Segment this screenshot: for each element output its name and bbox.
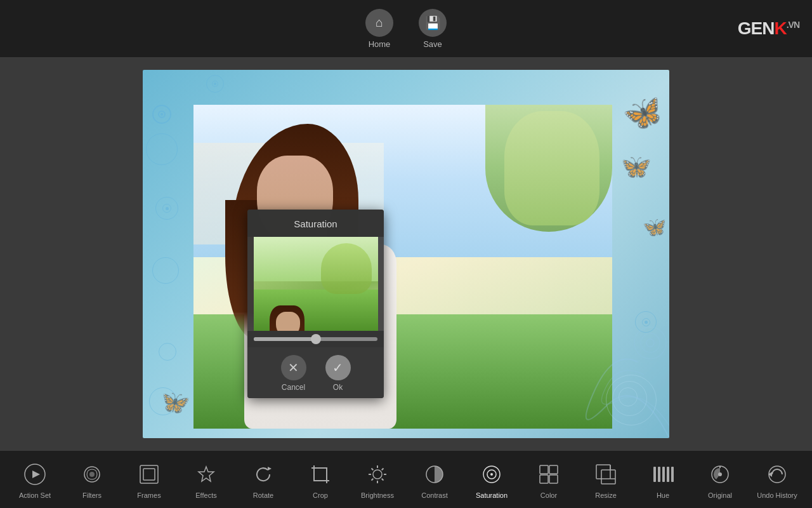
svg-rect-34	[662, 467, 665, 482]
color-icon	[535, 460, 563, 488]
main-canvas-area: 🦋 🦋 🦋 🦋 Saturation	[0, 57, 812, 451]
svg-point-1	[641, 333, 660, 352]
color-label: Color	[540, 491, 557, 499]
toolbar-resize[interactable]: Resize	[584, 460, 628, 499]
deco-circle-4	[152, 257, 179, 284]
crop-label: Crop	[313, 491, 328, 499]
popup-title: Saturation	[247, 210, 384, 237]
undo-history-icon	[763, 460, 791, 488]
hue-label: Hue	[657, 491, 669, 499]
undo-history-label: Undo History	[757, 491, 797, 499]
rotate-icon	[249, 460, 277, 488]
deco-circle-3	[155, 197, 178, 220]
cancel-icon: ✕	[281, 355, 306, 380]
effects-label: Effects	[195, 491, 216, 499]
frames-label: Frames	[137, 491, 160, 499]
contrast-label: Contrast	[421, 491, 448, 499]
rotate-label: Rotate	[253, 491, 273, 499]
deco-circle-1	[152, 105, 171, 124]
home-button[interactable]: ⌂ Home	[365, 9, 393, 49]
filters-icon	[78, 460, 106, 488]
svg-line-19	[372, 478, 374, 480]
butterfly-3: 🦋	[643, 216, 666, 238]
slider-fill	[254, 337, 318, 341]
svg-marker-4	[32, 471, 40, 478]
toolbar-action-set[interactable]: Action Set	[13, 460, 57, 499]
toolbar-saturation[interactable]: Saturation	[469, 460, 514, 499]
svg-line-18	[382, 468, 384, 470]
popup-slider-area	[247, 331, 384, 347]
crop-icon	[306, 460, 334, 488]
brightness-label: Brightness	[361, 491, 394, 499]
save-label: Save	[423, 39, 442, 49]
deco-circle-5	[159, 343, 176, 361]
svg-rect-7	[140, 465, 158, 483]
saturation-slider[interactable]	[254, 337, 377, 341]
action-set-icon	[21, 460, 49, 488]
svg-rect-36	[671, 467, 674, 482]
cancel-label: Cancel	[282, 383, 305, 392]
ok-button[interactable]: ✓ Ok	[325, 355, 351, 392]
mini-trees	[321, 243, 372, 294]
bottom-toolbar: Action Set Filters Frames Effects Rotate…	[0, 451, 812, 508]
butterfly-bottom-left: 🦋	[162, 389, 190, 416]
deco-circle-top-1	[206, 75, 224, 93]
toolbar-undo-history[interactable]: Undo History	[755, 460, 799, 499]
filters-label: Filters	[82, 491, 102, 499]
deco-circle-2	[146, 133, 178, 165]
toolbar-crop[interactable]: Crop	[298, 460, 343, 499]
svg-point-2	[646, 339, 654, 347]
svg-rect-29	[601, 470, 615, 484]
logo-gen: GEN	[738, 18, 775, 38]
saturation-label: Saturation	[476, 491, 508, 499]
svg-point-38	[718, 472, 722, 476]
save-icon: 💾	[419, 9, 447, 37]
svg-rect-8	[143, 469, 155, 480]
contrast-icon	[421, 460, 449, 488]
original-label: Original	[708, 491, 732, 499]
toolbar-rotate[interactable]: Rotate	[241, 460, 285, 499]
toolbar-hue[interactable]: Hue	[641, 460, 685, 499]
toolbar-frames[interactable]: Frames	[127, 460, 171, 499]
photo-frame: 🦋 🦋 🦋 🦋	[143, 70, 669, 438]
resize-label: Resize	[595, 491, 617, 499]
effects-icon	[192, 460, 220, 488]
home-label: Home	[369, 39, 391, 49]
saturation-popup: Saturation	[247, 210, 384, 398]
hue-icon	[649, 460, 677, 488]
slider-thumb[interactable]	[311, 334, 321, 344]
toolbar-filters[interactable]: Filters	[70, 460, 114, 499]
action-set-label: Action Set	[19, 491, 51, 499]
ok-icon: ✓	[325, 355, 351, 380]
toolbar-contrast[interactable]: Contrast	[412, 460, 457, 499]
svg-rect-35	[667, 467, 669, 482]
brightness-icon	[363, 460, 391, 488]
tree-2	[504, 111, 599, 225]
resize-icon	[592, 460, 620, 488]
original-icon	[706, 460, 734, 488]
save-button[interactable]: 💾 Save	[419, 9, 447, 49]
frames-icon	[135, 460, 163, 488]
svg-rect-25	[549, 465, 558, 474]
butterfly-top-right: 🦋	[620, 91, 667, 137]
svg-line-16	[372, 468, 374, 470]
cancel-button[interactable]: ✕ Cancel	[281, 355, 306, 392]
svg-rect-26	[540, 475, 548, 483]
svg-rect-10	[314, 468, 327, 481]
svg-point-0	[634, 327, 666, 359]
logo: GENK.VN	[738, 18, 799, 39]
toolbar-color[interactable]: Color	[527, 460, 571, 499]
mini-preview	[254, 237, 378, 331]
popup-preview	[254, 237, 378, 331]
svg-marker-9	[268, 467, 272, 471]
toolbar-effects[interactable]: Effects	[184, 460, 228, 499]
logo-vn: .VN	[787, 20, 799, 30]
swirl-svg	[542, 311, 669, 438]
svg-rect-24	[540, 465, 548, 474]
toolbar-brightness[interactable]: Brightness	[355, 460, 400, 499]
butterfly-2: 🦋	[619, 150, 653, 182]
svg-line-17	[382, 478, 384, 480]
toolbar-original[interactable]: Original	[698, 460, 742, 499]
popup-buttons: ✕ Cancel ✓ Ok	[247, 347, 384, 398]
ok-label: Ok	[333, 383, 343, 392]
